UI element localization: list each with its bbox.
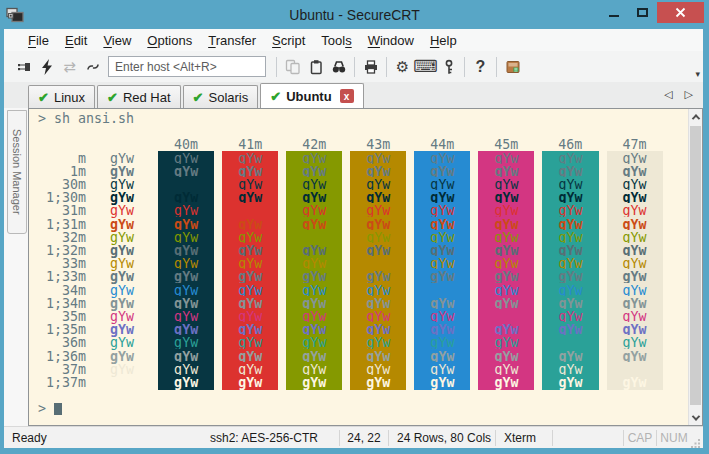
status-caps-lock: CAP [624, 427, 656, 448]
connected-check-icon: ✔ [193, 90, 204, 105]
toolbar-separator [276, 57, 277, 77]
resize-grip-icon[interactable] [691, 438, 701, 448]
copy-icon[interactable] [281, 55, 304, 79]
status-cursor-position: 24, 22 [340, 427, 388, 448]
tab-linux[interactable]: ✔Linux [28, 85, 95, 108]
ansi-cell: gYw [158, 375, 214, 390]
session-app-icon[interactable] [501, 55, 524, 79]
menu-window[interactable]: Window [360, 32, 422, 49]
tab-red-hat[interactable]: ✔Red Hat [97, 85, 181, 108]
status-encryption: ssh2: AES-256-CTR [189, 427, 339, 448]
vertical-scrollbar[interactable] [688, 109, 702, 425]
status-empty-panel [553, 427, 623, 448]
terminal-area: > sh ansi.sh 40m 41m 42m 43m 44m 45m 46m… [28, 108, 703, 426]
ansi-cell: gYw [542, 375, 598, 390]
session-manager-label: Session Manager [11, 129, 23, 215]
disconnect-icon[interactable] [81, 55, 104, 79]
toolbar-separator [464, 57, 465, 77]
tab-label: Red Hat [123, 90, 171, 105]
key-icon[interactable] [437, 55, 460, 79]
status-num-lock: NUM [657, 427, 691, 448]
status-ready: Ready [4, 427, 189, 448]
session-manager-strip: Session Manager [4, 108, 28, 426]
menu-bar: FileEditViewOptionsTransferScriptToolsWi… [4, 29, 703, 51]
quick-connect-icon[interactable] [35, 55, 58, 79]
securecrt-window: Ubuntu - SecureCRT FileEditViewOptionsTr… [0, 0, 709, 454]
connected-check-icon: ✔ [107, 90, 118, 105]
help-icon[interactable]: ? [469, 55, 492, 79]
chevron-down-icon [691, 412, 699, 420]
tab-scroll-left-icon[interactable]: ◁ [664, 88, 672, 101]
tab-label: Ubuntu [286, 89, 331, 104]
connect-session-icon[interactable] [12, 55, 35, 79]
menu-view[interactable]: View [95, 32, 139, 49]
ansi-cell: gYw [350, 375, 406, 390]
chevron-up-icon [691, 114, 699, 122]
menu-edit[interactable]: Edit [57, 32, 95, 49]
tab-close-button[interactable]: x [340, 89, 354, 103]
reconnect-icon[interactable]: ⇄ [58, 55, 81, 79]
maximize-icon [637, 8, 648, 17]
close-icon [675, 7, 686, 18]
scroll-down-button[interactable] [689, 410, 702, 425]
ansi-cell: gYw [414, 375, 470, 390]
tab-scroll-right-icon[interactable]: ▷ [685, 88, 693, 101]
tab-solaris[interactable]: ✔Solaris [183, 85, 259, 108]
toolbar: ⇄ [4, 51, 703, 82]
keymap-icon[interactable]: ⌨ [414, 55, 437, 79]
minimize-icon [609, 15, 619, 17]
title-bar[interactable]: Ubuntu - SecureCRT [0, 0, 709, 29]
toolbar-separator [386, 57, 387, 77]
find-icon[interactable] [327, 55, 350, 79]
ansi-cell: gYw [286, 375, 342, 390]
menu-transfer[interactable]: Transfer [200, 32, 264, 49]
menu-options[interactable]: Options [139, 32, 200, 49]
tab-label: Solaris [209, 90, 249, 105]
ansi-cell: gYw [94, 375, 150, 390]
minimize-button[interactable] [599, 2, 628, 23]
print-icon[interactable] [359, 55, 382, 79]
host-input[interactable] [108, 56, 266, 77]
paste-icon[interactable] [304, 55, 327, 79]
status-bar: Ready ssh2: AES-256-CTR 24, 22 24 Rows, … [4, 426, 703, 448]
ansi-cell: gYw [478, 375, 534, 390]
ansi-cell: gYw [222, 375, 278, 390]
status-emulation: Xterm [496, 427, 552, 448]
terminal-cursor [54, 403, 62, 415]
terminal-output[interactable]: > sh ansi.sh 40m 41m 42m 43m 44m 45m 46m… [29, 109, 688, 425]
connected-check-icon: ✔ [38, 90, 49, 105]
ansi-cell: gYw [607, 375, 663, 390]
toolbar-overflow-icon[interactable]: ▾ [695, 69, 700, 79]
scrollbar-thumb[interactable] [690, 126, 701, 405]
close-button[interactable] [657, 2, 704, 23]
session-manager-tab[interactable]: Session Manager [7, 110, 27, 234]
status-screen-size: 24 Rows, 80 Cols [389, 427, 495, 448]
menu-file[interactable]: File [20, 32, 57, 49]
menu-help[interactable]: Help [422, 32, 465, 49]
menu-script[interactable]: Script [264, 32, 313, 49]
tab-label: Linux [54, 90, 85, 105]
tab-ubuntu[interactable]: ✔Ubuntux [260, 83, 363, 108]
maximize-button[interactable] [628, 2, 657, 23]
scroll-up-button[interactable] [689, 109, 702, 124]
connected-check-icon: ✔ [270, 89, 281, 104]
options-gear-icon[interactable]: ⚙ [391, 55, 414, 79]
menu-tools[interactable]: Tools [313, 32, 359, 49]
toolbar-separator [354, 57, 355, 77]
tab-bar: ✔Linux✔Red Hat✔Solaris✔Ubuntux ◁ ▷ [4, 82, 703, 108]
toolbar-separator [496, 57, 497, 77]
